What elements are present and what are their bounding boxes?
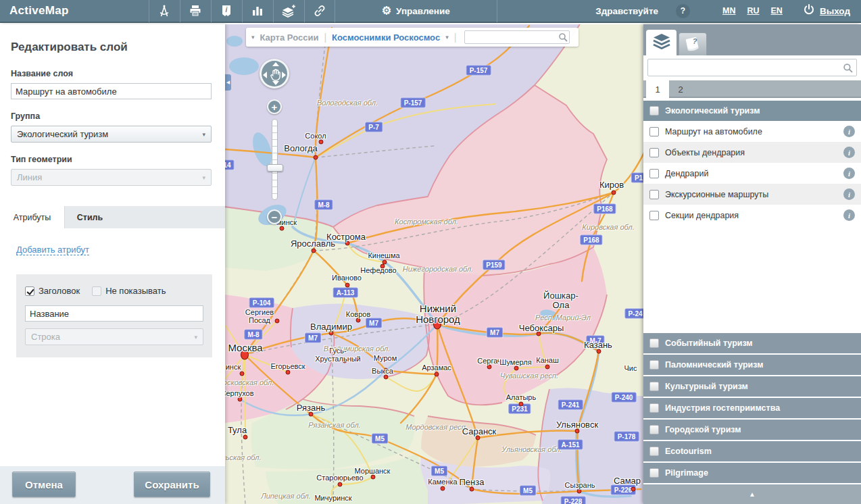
- geometry-type-select: Линия ▾: [11, 169, 212, 186]
- link-button[interactable]: [304, 0, 335, 22]
- zoom-in-button[interactable]: +: [267, 99, 282, 114]
- group-row[interactable]: Паломнический туризм: [643, 355, 861, 376]
- group-checkbox[interactable]: [649, 382, 659, 391]
- zoom-slider[interactable]: [272, 119, 278, 200]
- info-icon[interactable]: i: [843, 209, 855, 221]
- group-checkbox[interactable]: [649, 468, 659, 478]
- header-checkbox[interactable]: [25, 286, 34, 296]
- pan-control[interactable]: [260, 59, 289, 89]
- basemap-dropdown-icon[interactable]: ▾: [251, 34, 255, 41]
- panel-tabs: Атрибуты Стиль: [0, 206, 225, 228]
- logout-label: Выход: [820, 6, 850, 16]
- group-row[interactable]: Ecotourism: [643, 441, 861, 463]
- city-marker: [441, 486, 445, 491]
- layer-row[interactable]: Объекты дендрария i: [643, 142, 861, 163]
- layer-page-tab[interactable]: 2: [669, 80, 692, 98]
- layer-name-input[interactable]: [11, 83, 212, 99]
- city-marker: [243, 435, 248, 440]
- language-link[interactable]: EN: [771, 6, 783, 16]
- layer-row[interactable]: Экскурсионные маршруты i: [643, 184, 861, 205]
- hide-checkbox[interactable]: [92, 286, 101, 296]
- add-attribute-link[interactable]: Добавить атрибут: [16, 245, 89, 255]
- hide-checkbox-label: Не показывать: [105, 286, 166, 296]
- layer-row[interactable]: Секции дендрария i: [643, 205, 861, 226]
- zoom-slider-handle[interactable]: [267, 164, 283, 172]
- help-badge[interactable]: ?: [676, 4, 690, 18]
- region-label: Липецкая обл.: [261, 492, 311, 500]
- active-map-dropdown-icon[interactable]: ▾: [445, 34, 449, 41]
- group-title: Культурный туризм: [665, 382, 748, 391]
- region-label: Респ. Марий-Эл: [535, 313, 591, 322]
- group-checkbox[interactable]: [649, 338, 659, 348]
- pan-right-icon[interactable]: [282, 72, 286, 78]
- group-row[interactable]: Событийный туризм: [643, 333, 861, 355]
- basemap-select[interactable]: Карта России: [260, 32, 319, 43]
- group-row[interactable]: Индустрия гостеприимства: [643, 398, 861, 420]
- group-checkbox[interactable]: [649, 425, 659, 434]
- group-checkbox[interactable]: [649, 447, 659, 456]
- layer-checkbox[interactable]: [649, 211, 659, 220]
- management-label: Управление: [396, 6, 450, 16]
- svg-text:?: ?: [693, 37, 697, 45]
- tab-style[interactable]: Стиль: [65, 206, 115, 228]
- link-icon: [313, 4, 326, 18]
- group-checkbox[interactable]: [649, 106, 659, 116]
- language-link[interactable]: MN: [722, 6, 735, 16]
- group-row[interactable]: Культурный туризм: [643, 376, 861, 398]
- group-header-expanded[interactable]: Экологический туризм: [643, 101, 861, 121]
- language-link[interactable]: RU: [747, 6, 759, 16]
- map-search-input[interactable]: [464, 30, 570, 44]
- cancel-button[interactable]: Отмена: [12, 472, 76, 497]
- group-row[interactable]: Городской туризм: [643, 420, 861, 441]
- layer-checkbox[interactable]: [649, 127, 659, 136]
- pan-left-icon[interactable]: [263, 72, 267, 78]
- add-layer-button[interactable]: [273, 0, 304, 22]
- chevron-down-icon: ▾: [202, 174, 205, 181]
- layer-checkbox[interactable]: [649, 148, 659, 157]
- zoom-out-button[interactable]: −: [267, 209, 282, 224]
- print-button[interactable]: [180, 0, 211, 22]
- city-marker: [470, 487, 474, 492]
- layer-checkbox[interactable]: [649, 190, 659, 199]
- layer-list: Маршрут на автомобиле i Объекты дендрари…: [643, 121, 861, 226]
- city-marker: [519, 402, 524, 407]
- guide-button[interactable]: i: [211, 0, 242, 22]
- active-map-select[interactable]: Космоснимки Роскосмос: [332, 32, 440, 43]
- info-icon[interactable]: i: [843, 147, 855, 158]
- info-icon[interactable]: i: [843, 188, 855, 200]
- city-label: Мичуринск: [314, 495, 351, 503]
- road-shield: М-8: [314, 200, 333, 210]
- attribute-name-input[interactable]: [25, 305, 203, 322]
- panel-collapse-tab[interactable]: ◀: [225, 74, 231, 91]
- tab-layers[interactable]: [646, 30, 676, 55]
- layer-page-tab[interactable]: 1: [646, 80, 669, 98]
- layers-search-input[interactable]: [647, 59, 857, 76]
- tab-legend[interactable]: ?: [679, 32, 707, 55]
- toolbar-separator: |: [454, 32, 457, 43]
- tab-attributes[interactable]: Атрибуты: [0, 206, 65, 228]
- city-label: Иваново: [332, 274, 362, 282]
- measure-tool-button[interactable]: [149, 0, 180, 22]
- app-logo[interactable]: ActiveMap: [9, 4, 69, 18]
- group-checkbox[interactable]: [649, 360, 659, 370]
- stats-button[interactable]: [242, 0, 273, 22]
- logout-button[interactable]: Выход: [803, 3, 850, 18]
- road-shield: М5: [520, 486, 536, 496]
- top-bar: ActiveMap i ⚙ Управление Здравствуйте ? …: [0, 0, 861, 23]
- hand-icon: [270, 68, 282, 84]
- info-icon[interactable]: i: [843, 126, 855, 137]
- road-shield: М7: [366, 318, 382, 328]
- layer-row[interactable]: Маршрут на автомобиле i: [643, 121, 861, 142]
- pan-up-icon[interactable]: [272, 62, 279, 66]
- group-select[interactable]: Экологический туризм ▾: [11, 126, 212, 143]
- collapse-groups-button[interactable]: ▲: [643, 484, 861, 504]
- group-row[interactable]: Pilgrimage: [643, 463, 861, 484]
- save-button[interactable]: Сохранить: [134, 472, 210, 497]
- chevron-down-icon: ▾: [202, 131, 205, 138]
- info-icon[interactable]: i: [843, 168, 855, 179]
- layer-checkbox[interactable]: [649, 169, 659, 178]
- management-button[interactable]: ⚙ Управление: [335, 0, 497, 22]
- road-shield: Р-7: [365, 122, 383, 132]
- layer-row[interactable]: Дендрарий i: [643, 163, 861, 184]
- group-checkbox[interactable]: [649, 403, 659, 413]
